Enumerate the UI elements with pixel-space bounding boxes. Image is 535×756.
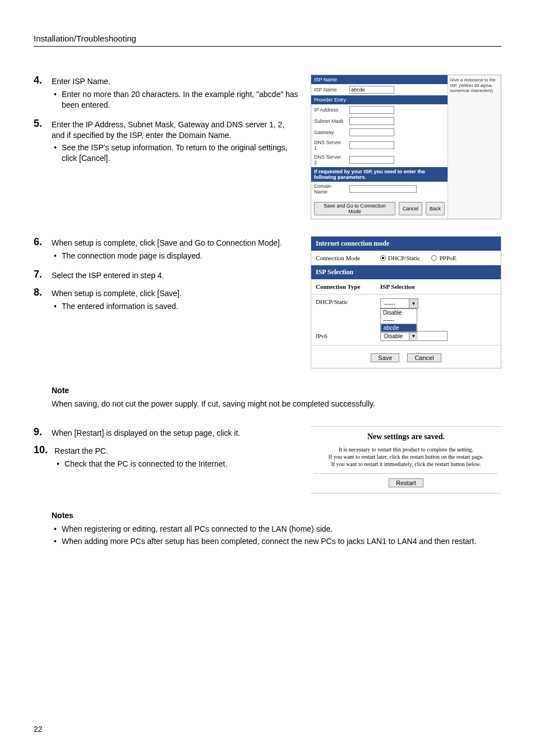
step-4-text: Enter ISP Name.: [52, 77, 110, 86]
fig2-dropdown-list: Disable ------ abcde: [380, 308, 417, 333]
fig2-bar-mode: Internet connection mode: [311, 237, 501, 251]
step-9: 9. When [Restart] is displayed on the se…: [34, 426, 299, 439]
textcol-9-10: 9. When [Restart] is displayed on the se…: [34, 426, 299, 477]
fig1-input-gateway[interactable]: [349, 128, 394, 136]
textcol-6-8: 6. When setup is complete, click [Save a…: [34, 236, 299, 319]
step-10-bullet-0: Check that the PC is connected to the In…: [54, 459, 299, 469]
fig3-restart-button[interactable]: Restart: [389, 478, 423, 487]
fig1-save-go-button[interactable]: Save and Go to Connection Mode: [314, 202, 395, 215]
radio-icon: [431, 255, 437, 261]
fig1-side-note: Give a nickname to the ISP. (Within 20 a…: [448, 75, 501, 219]
fig2-save-button[interactable]: Save: [371, 353, 399, 362]
fig2-option-abcde[interactable]: abcde: [381, 324, 417, 332]
fig2-option-dash[interactable]: ------: [381, 316, 417, 324]
textcol-4-5: 4. Enter ISP Name. Enter no more than 20…: [34, 75, 299, 171]
step-6-text: When setup is complete, click [Save and …: [52, 238, 282, 247]
step-9-num: 9.: [34, 426, 45, 439]
step-9-text: When [Restart] is displayed on the setup…: [52, 428, 240, 437]
page-content: 4. Enter ISP Name. Enter no more than 20…: [34, 75, 501, 548]
radio-icon: [380, 255, 386, 261]
step-8-num: 8.: [34, 287, 45, 314]
step-6-bullet-0: The connection mode page is displayed.: [52, 251, 299, 261]
page-number: 22: [34, 725, 43, 734]
notes-2-bullet-0: When registering or editing, restart all…: [52, 524, 501, 534]
fig2-select-dhcp[interactable]: ------ ▼ Disable ------ abcde: [380, 298, 418, 308]
figure-1: ISP Name ISP Name Provider Entry IP Addr…: [311, 75, 501, 219]
block-steps-6-8: 6. When setup is complete, click [Save a…: [34, 236, 501, 368]
step-6: 6. When setup is complete, click [Save a…: [34, 236, 299, 263]
fig2-cancel-button[interactable]: Cancel: [407, 353, 441, 362]
fig1-label-domain: Domain Name: [314, 183, 345, 195]
figure-2: Internet connection mode Connection Mode…: [311, 236, 501, 368]
block-steps-4-5: 4. Enter ISP Name. Enter no more than 20…: [34, 75, 501, 219]
step-5-text: Enter the IP Address, Subnet Mask, Gatew…: [52, 120, 284, 140]
block-steps-9-10: 9. When [Restart] is displayed on the se…: [34, 426, 501, 494]
note-1: Note When saving, do not cut the power s…: [52, 385, 501, 409]
fig1-input-subnet[interactable]: [349, 117, 394, 125]
fig1-back-button[interactable]: Back: [426, 202, 445, 215]
fig3-line-1: It is necessary to restart this product …: [314, 446, 498, 453]
step-8-text: When setup is complete, click [Save].: [52, 289, 182, 298]
figure-3: New settings are saved. It is necessary …: [311, 426, 501, 494]
step-4: 4. Enter ISP Name. Enter no more than 20…: [34, 75, 299, 112]
fig1-label-gateway: Gateway: [314, 130, 345, 135]
fig1-label-ispname: ISP Name: [314, 87, 345, 93]
note-1-body: When saving, do not cut the power supply…: [52, 399, 501, 410]
notes-2-bullet-1: When adding more PCs after setup has bee…: [52, 536, 501, 547]
step-10-text: Restart the PC.: [54, 446, 108, 455]
fig1-input-ip[interactable]: [349, 106, 394, 114]
fig2-row-ipv6-label: IPv6: [316, 333, 375, 339]
fig2-radio-dhcp[interactable]: DHCP/Static: [380, 255, 420, 261]
chevron-down-icon: ▼: [409, 299, 418, 308]
step-6-num: 6.: [34, 236, 45, 263]
fig2-row-dhcp-label: DHCP/Static: [316, 298, 375, 305]
fig1-input-dns2[interactable]: [349, 156, 394, 164]
chevron-down-icon: ▼: [409, 331, 418, 340]
step-7: 7. Select the ISP entered in step 4.: [34, 269, 299, 281]
fig1-bar-provider: Provider Entry: [311, 95, 448, 104]
notes-2: Notes When registering or editing, resta…: [52, 510, 501, 548]
page-header: Installation/Troubleshooting: [34, 34, 501, 47]
fig2-bar-ispsel: ISP Selection: [311, 265, 501, 279]
note-1-title: Note: [52, 385, 501, 397]
fig1-label-subnet: Subnet Mask: [314, 118, 345, 124]
fig2-radio-dhcp-label: DHCP/Static: [388, 255, 420, 261]
fig1-label-dns2: DNS Server 2: [314, 154, 345, 165]
fig2-col-sel: ISP Selection: [380, 283, 414, 290]
step-10-num: 10.: [34, 444, 48, 471]
fig1-input-domain[interactable]: [349, 185, 417, 193]
fig2-radio-pppoe[interactable]: PPPoE: [431, 255, 456, 261]
step-7-num: 7.: [34, 269, 45, 281]
step-5: 5. Enter the IP Address, Subnet Mask, Ga…: [34, 118, 299, 166]
fig2-option-disable[interactable]: Disable: [381, 309, 417, 316]
fig1-input-ispname[interactable]: [349, 86, 394, 94]
step-8: 8. When setup is complete, click [Save].…: [34, 287, 299, 314]
fig2-select-ipv6-value: Disable: [381, 333, 409, 339]
fig1-input-dns1[interactable]: [349, 141, 394, 149]
fig3-line-2: If you want to restart later, click the …: [314, 453, 498, 460]
notes-2-title: Notes: [52, 510, 501, 522]
fig2-label-mode: Connection Mode: [316, 255, 375, 261]
fig2-radio-pppoe-label: PPPoE: [439, 255, 456, 261]
fig1-bar-ifrequested: If requested by your ISP, you need to en…: [311, 167, 448, 182]
step-8-bullet-0: The entered information is saved.: [52, 301, 299, 312]
step-5-num: 5.: [34, 118, 45, 166]
fig2-select-dhcp-value: ------: [381, 301, 409, 307]
step-10: 10. Restart the PC. Check that the PC is…: [34, 444, 299, 471]
fig1-cancel-button[interactable]: Cancel: [399, 202, 422, 215]
fig1-label-ip: IP Address: [314, 107, 345, 113]
step-7-text: Select the ISP entered in step 4.: [52, 271, 164, 280]
fig2-col-type: Connection Type: [316, 283, 375, 290]
fig3-title: New settings are saved.: [314, 432, 498, 441]
fig3-line-3: If you want to restart it immediately, c…: [314, 460, 498, 468]
step-4-num: 4.: [34, 75, 45, 112]
fig1-label-dns1: DNS Server 1: [314, 140, 345, 151]
step-4-bullet-0: Enter no more than 20 characters. In the…: [52, 89, 299, 110]
fig1-bar-ispname: ISP Name: [311, 75, 448, 84]
step-5-bullet-0: See the ISP's setup information. To retu…: [52, 142, 299, 164]
